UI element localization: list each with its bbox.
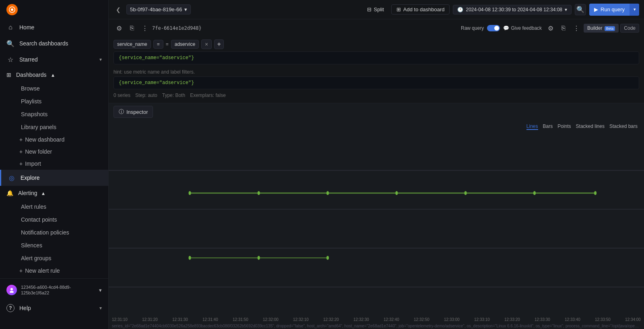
- home-icon: ⌂: [6, 23, 14, 31]
- sidebar-user-item[interactable]: 123456-a600-4cd4-88d9- 125b3e1f6a22 ▾: [0, 280, 108, 300]
- explore-icon: ◎: [8, 174, 16, 182]
- x-label-1: 12:31:20: [142, 317, 158, 322]
- sidebar-item-explore[interactable]: ◎ Explore: [0, 170, 108, 186]
- time-range-picker[interactable]: 🕐 2024-04-08 12:30:39 to 2024-04-08 12:3…: [453, 5, 572, 14]
- filter-value-pill[interactable]: adservice: [171, 40, 199, 49]
- user-id-line2: 125b3e1f6a22: [21, 290, 71, 296]
- filter-close-pill[interactable]: ×: [201, 39, 212, 49]
- sidebar-item-silences[interactable]: Silences: [0, 239, 108, 252]
- run-query-button[interactable]: ▶ Run query: [589, 4, 630, 14]
- svg-point-2: [10, 288, 13, 290]
- chart-series-label: series_id="2e68ad1e74404cb6030e526a258e8…: [112, 324, 644, 328]
- add-filter-button[interactable]: +: [214, 39, 224, 49]
- main-content: ❮ 5b-0f97-4bae-819e-66 ▾ ⊟ Split ⊞ Add t…: [109, 0, 644, 329]
- run-query-dropdown-icon: ▾: [634, 7, 636, 12]
- sidebar-item-playlists[interactable]: Playlists: [0, 95, 108, 108]
- user-text: 123456-a600-4cd4-88d9- 125b3e1f6a22: [21, 284, 71, 296]
- raw-query-toggle[interactable]: [487, 25, 500, 31]
- x-label-16: 12:33:50: [595, 317, 611, 322]
- add-to-dashboard-button[interactable]: ⊞ Add to dashboard: [391, 4, 450, 14]
- sidebar-item-library-panels[interactable]: Library panels: [0, 121, 108, 134]
- star-icon: ☆: [6, 56, 14, 64]
- sidebar-item-import[interactable]: + Import: [0, 158, 108, 170]
- query-meta-bar: 0 series Step: auto Type: Both Exemplars…: [114, 91, 639, 100]
- query-settings-icon[interactable]: ⚙: [114, 23, 125, 34]
- time-range-chevron-icon: ▾: [565, 7, 567, 12]
- run-query-dropdown-button[interactable]: ▾: [630, 4, 639, 16]
- sidebar-item-contact-points-label: Contact points: [21, 216, 57, 223]
- sidebar-item-alert-groups[interactable]: Alert groups: [0, 252, 108, 265]
- sidebar-item-alerting[interactable]: 🔔 Alerting ▴: [0, 186, 108, 200]
- sidebar-item-new-alert-rule-label: New alert rule: [25, 267, 60, 274]
- sidebar-item-alert-rules[interactable]: Alert rules: [0, 200, 108, 213]
- builder-tab-label: Builder: [587, 25, 602, 31]
- chart-area: Lines Bars Points Stacked lines Stacked …: [109, 120, 644, 329]
- collapse-sidebar-button[interactable]: ❮: [114, 5, 123, 14]
- x-label-15: 12:33:40: [565, 317, 580, 322]
- query-code-block-2: {service_name="adservice"}: [114, 76, 639, 89]
- svg-point-12: [464, 191, 467, 195]
- sidebar-item-dashboards[interactable]: ⊞ Dashboards ▴: [0, 68, 108, 82]
- query-copy-icon[interactable]: ⎘: [126, 23, 138, 34]
- query-code-block-1: {service_name="adservice"}: [114, 51, 639, 64]
- inspector-info-icon: ⓘ: [119, 108, 124, 115]
- sidebar-item-home[interactable]: ⌂ Home: [0, 19, 108, 35]
- search-icon: 🔍: [6, 39, 14, 47]
- x-label-10: 12:32:50: [414, 317, 429, 322]
- meta-step: Step: auto: [135, 93, 157, 98]
- svg-point-14: [594, 191, 597, 195]
- sidebar-item-notification-policies[interactable]: Notification policies: [0, 226, 108, 239]
- x-label-7: 12:32:20: [323, 317, 339, 322]
- inspector-button[interactable]: ⓘ Inspector: [114, 106, 153, 118]
- query-icon-more-2[interactable]: ⋮: [571, 23, 582, 34]
- filter-key-pill[interactable]: service_name: [114, 40, 151, 49]
- add-dashboard-label: Add to dashboard: [403, 6, 445, 12]
- x-label-8: 12:32:30: [353, 317, 369, 322]
- filter-close-icon[interactable]: ×: [205, 41, 208, 47]
- grafana-logo-icon: [6, 4, 18, 15]
- chart-type-stacked-bars[interactable]: Stacked bars: [609, 123, 638, 130]
- query-more-icon[interactable]: ⋮: [139, 23, 151, 34]
- query-area: ⚙ ⎘ ⋮ 7fe-6614e1e2d948} Raw query 💬 Give…: [109, 19, 644, 103]
- sidebar-item-alert-rules-label: Alert rules: [21, 204, 46, 210]
- sidebar-item-library-panels-label: Library panels: [21, 124, 56, 130]
- user-chevron-icon: ▾: [99, 287, 102, 293]
- code-tab[interactable]: Code: [620, 24, 639, 33]
- sidebar-item-import-label: Import: [25, 160, 41, 167]
- chart-type-stacked-lines[interactable]: Stacked lines: [576, 123, 605, 130]
- builder-tab[interactable]: Builder Beta: [584, 24, 619, 33]
- sidebar-item-new-dashboard[interactable]: + New dashboard: [0, 134, 108, 146]
- sidebar-item-help[interactable]: ? Help ▾: [0, 300, 108, 316]
- sidebar-item-new-alert-rule[interactable]: + New alert rule: [0, 265, 108, 277]
- sidebar-item-home-label: Home: [19, 24, 34, 31]
- datasource-selector[interactable]: 5b-0f97-4bae-819e-66 ▾: [126, 4, 191, 14]
- sidebar-item-snapshots[interactable]: Snapshots: [0, 108, 108, 121]
- query-icon-settings-2[interactable]: ⚙: [545, 23, 556, 34]
- sidebar-item-dashboards-label: Dashboards: [16, 72, 47, 78]
- sidebar-item-new-dashboard-label: New dashboard: [25, 136, 64, 143]
- new-dashboard-plus-icon: +: [19, 136, 23, 143]
- svg-point-8: [188, 191, 191, 195]
- sidebar-item-search[interactable]: 🔍 Search dashboards: [0, 35, 108, 51]
- sidebar-item-contact-points[interactable]: Contact points: [0, 213, 108, 226]
- give-feedback-button[interactable]: 💬 Give feedback: [503, 25, 542, 31]
- sidebar-item-alerting-label: Alerting: [18, 190, 37, 196]
- query-icon-copy-2[interactable]: ⎘: [558, 23, 569, 34]
- chart-type-lines[interactable]: Lines: [526, 123, 538, 130]
- chart-type-bars[interactable]: Bars: [543, 123, 553, 130]
- sidebar-item-browse[interactable]: Browse: [0, 82, 108, 95]
- chart-series-text: series_id="2e68ad1e74404cb6030e526a258e8…: [109, 323, 644, 329]
- inspector-label: Inspector: [126, 109, 148, 115]
- datasource-chevron-icon: ▾: [184, 6, 187, 12]
- chart-type-points[interactable]: Points: [557, 123, 571, 130]
- sidebar-item-new-folder[interactable]: + New folder: [0, 146, 108, 158]
- zoom-out-button[interactable]: 🔍: [575, 4, 586, 15]
- query-id-bar: ⚙ ⎘ ⋮ 7fe-6614e1e2d948} Raw query 💬 Give…: [114, 23, 639, 34]
- sidebar-logo[interactable]: [0, 0, 108, 19]
- x-label-5: 12:32:00: [263, 317, 279, 322]
- new-folder-plus-icon: +: [19, 148, 23, 155]
- add-filter-plus-icon: +: [217, 41, 221, 48]
- sidebar-item-starred[interactable]: ☆ Starred ▾: [0, 51, 108, 68]
- split-button[interactable]: ⊟ Split: [363, 5, 388, 14]
- filter-op-pill[interactable]: =: [153, 40, 163, 49]
